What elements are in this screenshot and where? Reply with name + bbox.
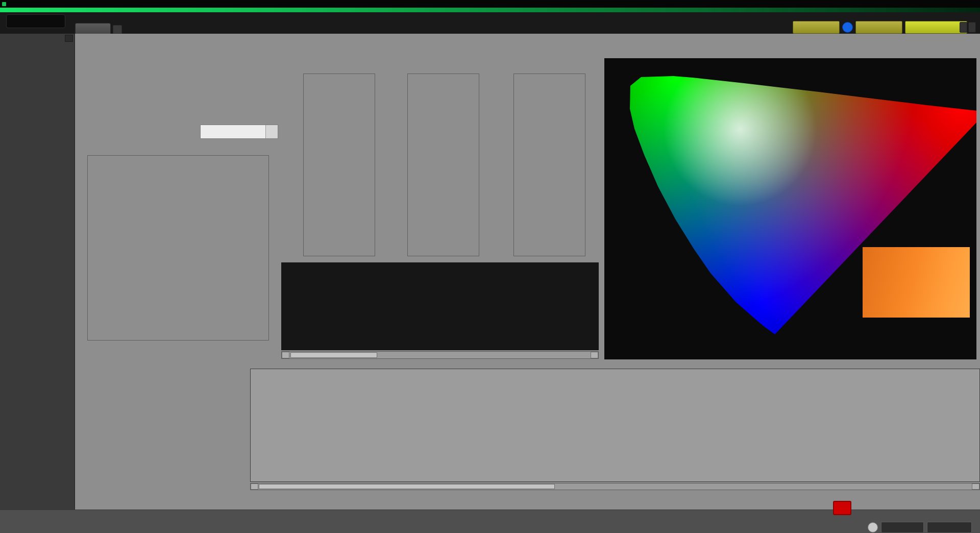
accent-gradient-bar [0, 8, 980, 12]
sidebar [0, 34, 75, 510]
current-xy [85, 435, 124, 447]
scroll-right-icon[interactable] [972, 483, 979, 490]
next-button[interactable] [927, 522, 972, 533]
deltae-bar-chart [87, 155, 269, 341]
reading-count-badge[interactable] [842, 22, 853, 33]
layout-icon-button[interactable] [960, 22, 967, 33]
sidebar-collapse-button[interactable] [65, 35, 73, 42]
calman-logo-menu[interactable] [6, 14, 65, 28]
delta-c-chart [407, 74, 479, 256]
cie-diagram-panel [604, 58, 976, 359]
results-table [250, 369, 980, 482]
app-icon [2, 2, 6, 6]
notebookcheck-logo-icon [833, 501, 851, 515]
title-bar [0, 0, 980, 8]
scroll-right-icon[interactable] [591, 352, 598, 358]
display-control-dropdown[interactable] [905, 21, 967, 34]
settings-gear-button[interactable] [868, 522, 878, 532]
scroll-left-icon[interactable] [282, 352, 289, 358]
source-dropdown[interactable] [855, 21, 902, 34]
de-formula-dropdown[interactable] [200, 125, 278, 139]
patch-swatch-panel [281, 262, 599, 350]
calman-window [0, 0, 980, 533]
scroll-left-icon[interactable] [251, 483, 258, 490]
delta-h-chart [513, 74, 585, 256]
notebookcheck-watermark [833, 498, 854, 518]
back-button[interactable] [881, 522, 924, 533]
tab-history-1[interactable] [75, 23, 111, 34]
chevron-down-icon [265, 125, 278, 138]
scrollbar-thumb[interactable] [259, 484, 555, 489]
add-tab-button[interactable] [113, 25, 122, 34]
meter-dropdown[interactable] [793, 21, 840, 34]
settings-gear-button[interactable] [968, 22, 976, 33]
deltae-x-axis [87, 343, 269, 351]
swatch-scrollbar[interactable] [281, 351, 599, 359]
header-band [0, 12, 980, 34]
delta-l-chart [303, 74, 375, 256]
cie-zoom-inset [863, 247, 970, 318]
scrollbar-thumb[interactable] [290, 352, 377, 358]
table-scrollbar[interactable] [250, 483, 980, 490]
